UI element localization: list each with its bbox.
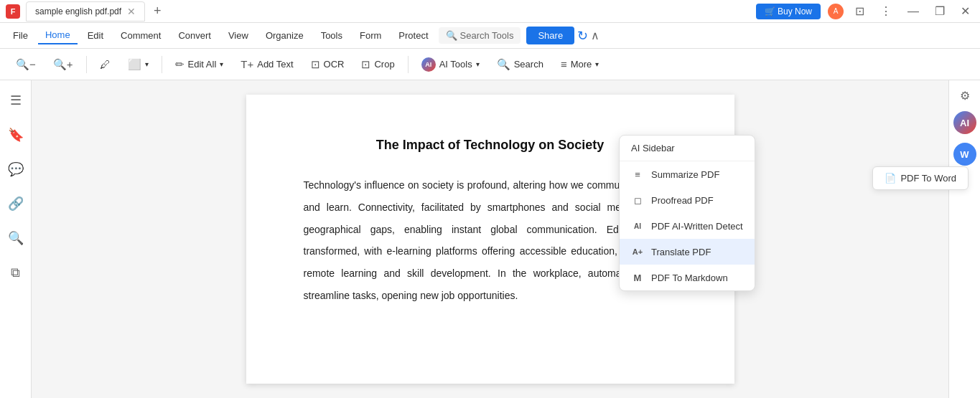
more-chevron: ▾	[595, 60, 599, 68]
zoom-out-icon: 🔍−	[16, 58, 36, 71]
browser-tab[interactable]: sample english pdf.pdf ✕	[26, 1, 145, 22]
edit-all-label: Edit All	[188, 59, 217, 70]
titlebar: F sample english pdf.pdf ✕ + 🛒 Buy Now A…	[0, 0, 980, 23]
menu-convert[interactable]: Convert	[171, 27, 218, 44]
sidebar-search-icon[interactable]: 🔍	[4, 227, 27, 250]
ocr-label: OCR	[324, 59, 345, 70]
ai-tools-button[interactable]: AI AI Tools ▾	[414, 54, 487, 75]
left-sidebar: ☰ 🔖 💬 🔗 🔍 ⧉	[0, 80, 32, 398]
shape-chevron: ▾	[145, 60, 149, 68]
markdown-icon: M	[631, 271, 644, 284]
close-button[interactable]: ✕	[956, 3, 974, 19]
more-icon: ≡	[561, 58, 567, 70]
buy-now-button[interactable]: 🛒 Buy Now	[756, 4, 821, 19]
sidebar-comment-icon[interactable]: 💬	[4, 158, 27, 181]
add-text-button[interactable]: T+ Add Text	[233, 55, 300, 74]
sidebar-bookmark-icon[interactable]: 🔖	[4, 123, 27, 146]
translate-icon: A+	[631, 245, 644, 258]
pdf-to-word-icon: 📄	[885, 173, 896, 184]
proofread-label: Proofread PDF	[651, 195, 714, 206]
translate-label: Translate PDF	[651, 247, 711, 257]
proofread-icon: ◻	[631, 194, 644, 207]
highlight-icon: 🖊	[100, 58, 111, 70]
ai-tools-label: AI Tools	[439, 59, 472, 70]
highlight-button[interactable]: 🖊	[93, 55, 118, 74]
collapse-button[interactable]: ∧	[591, 29, 599, 42]
sync-button[interactable]: ↻	[577, 28, 588, 44]
zoom-in-button[interactable]: 🔍+	[46, 55, 80, 75]
menu-view[interactable]: View	[221, 27, 256, 44]
pdf-area: The Impact of Technology on Society Tech…	[32, 80, 948, 398]
right-word-icon[interactable]: W	[953, 143, 976, 166]
ocr-button[interactable]: ⊡ OCR	[304, 55, 352, 75]
right-ai-icon[interactable]: AI	[953, 111, 976, 134]
minimize-button[interactable]: —	[903, 4, 923, 19]
dropdown-header[interactable]: AI Sidebar	[620, 136, 755, 161]
menu-file[interactable]: File	[6, 27, 35, 44]
search-button[interactable]: 🔍 Search	[490, 55, 551, 75]
pdf-to-word-button[interactable]: 📄 PDF To Word	[872, 166, 969, 190]
tab-close-icon[interactable]: ✕	[127, 6, 136, 17]
app-icon: F	[6, 4, 20, 19]
edit-all-icon: ✏	[175, 58, 185, 71]
search-tool-icon: 🔍	[497, 58, 510, 71]
menubar: File Home Edit Comment Convert View Orga…	[0, 23, 980, 49]
more-label: More	[571, 59, 592, 70]
menu-edit[interactable]: Edit	[80, 27, 111, 44]
crop-button[interactable]: ⊡ Crop	[354, 55, 401, 75]
menu-protect[interactable]: Protect	[391, 27, 435, 44]
sidebar-link-icon[interactable]: 🔗	[4, 192, 27, 215]
toolbar-separator-2	[162, 56, 162, 73]
edit-all-button[interactable]: ✏ Edit All ▾	[168, 55, 231, 75]
search-label: Search	[514, 59, 543, 70]
more-options-button[interactable]: ⋮	[876, 3, 896, 19]
search-icon: 🔍	[446, 30, 457, 41]
toolbar-separator-1	[86, 56, 87, 73]
crop-icon: ⊡	[361, 58, 370, 71]
dropdown-translate[interactable]: A+ Translate PDF	[620, 239, 755, 265]
more-button[interactable]: ≡ More ▾	[554, 55, 606, 74]
ai-tools-chevron: ▾	[476, 60, 480, 68]
share-button[interactable]: Share	[526, 27, 574, 44]
search-tools-button[interactable]: 🔍 Search Tools	[439, 27, 521, 44]
shape-button[interactable]: ⬜ ▾	[121, 55, 156, 75]
add-text-label: Add Text	[257, 59, 293, 70]
ai-detect-label: PDF AI-Written Detect	[651, 221, 743, 232]
ai-tools-dropdown: AI Sidebar ≡ Summarize PDF ◻ Proofread P…	[619, 135, 755, 291]
markdown-label: PDF To Markdown	[651, 273, 728, 283]
sidebar-page-thumbnail-icon[interactable]: ☰	[4, 89, 27, 112]
zoom-in-icon: 🔍+	[53, 58, 73, 71]
tab-title: sample english pdf.pdf	[35, 6, 121, 16]
menu-form[interactable]: Form	[353, 27, 388, 44]
ai-detect-icon: AI	[631, 219, 644, 232]
summarize-icon: ≡	[631, 168, 644, 181]
pdf-to-word-label: PDF To Word	[900, 173, 956, 184]
right-sidebar: ⚙ AI W	[948, 80, 980, 398]
toolbar-separator-3	[408, 56, 409, 73]
user-avatar[interactable]: A	[828, 4, 844, 19]
menu-tools[interactable]: Tools	[314, 27, 350, 44]
new-tab-button[interactable]: +	[154, 4, 162, 19]
summarize-label: Summarize PDF	[651, 169, 719, 180]
menu-comment[interactable]: Comment	[113, 27, 168, 44]
add-text-icon: T+	[241, 58, 253, 70]
dropdown-ai-detect[interactable]: AI PDF AI-Written Detect	[620, 213, 755, 239]
search-tools-label: Search Tools	[460, 30, 514, 41]
zoom-out-button[interactable]: 🔍−	[9, 55, 43, 75]
maximize-restore-toggle[interactable]: ⊡	[851, 3, 869, 19]
menu-home[interactable]: Home	[38, 27, 78, 44]
dropdown-proofread[interactable]: ◻ Proofread PDF	[620, 187, 755, 213]
dropdown-markdown[interactable]: M PDF To Markdown	[620, 265, 755, 290]
main-area: ☰ 🔖 💬 🔗 🔍 ⧉ The Impact of Technology on …	[0, 80, 980, 398]
crop-label: Crop	[374, 59, 394, 70]
shape-icon: ⬜	[128, 58, 141, 71]
ai-avatar-icon: AI	[421, 57, 436, 72]
edit-all-chevron: ▾	[220, 60, 223, 68]
right-settings-icon[interactable]: ⚙	[960, 89, 970, 103]
dropdown-summarize[interactable]: ≡ Summarize PDF	[620, 161, 755, 187]
sidebar-layers-icon[interactable]: ⧉	[4, 261, 27, 284]
ocr-icon: ⊡	[311, 58, 320, 71]
menu-organize[interactable]: Organize	[258, 27, 311, 44]
restore-button[interactable]: ❐	[930, 3, 949, 19]
toolbar: 🔍− 🔍+ 🖊 ⬜ ▾ ✏ Edit All ▾ T+ Add Text ⊡ O…	[0, 49, 980, 80]
